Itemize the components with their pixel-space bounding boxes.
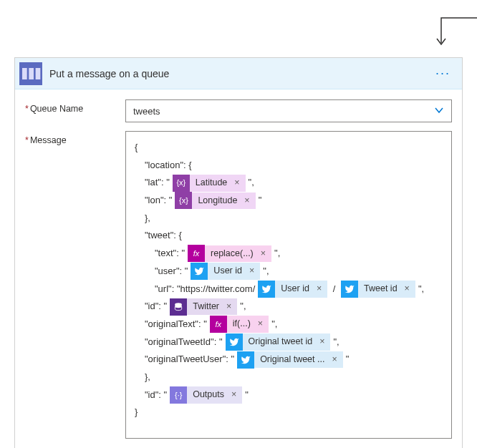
token-latitude[interactable]: {x}Latitude× (173, 175, 246, 192)
close-icon[interactable]: × (233, 175, 245, 192)
message-label: *Message (25, 131, 125, 145)
twitter-icon (341, 281, 358, 298)
close-icon[interactable]: × (403, 281, 415, 298)
card-header[interactable]: Put a message on a queue ··· (15, 58, 462, 89)
card-title: Put a message on a queue (49, 68, 433, 79)
close-icon[interactable]: × (256, 316, 269, 333)
card-body: *Queue Name tweets *Message { "location"… (15, 89, 462, 448)
twitter-icon (237, 351, 254, 369)
action-card: Put a message on a queue ··· *Queue Name… (14, 57, 463, 448)
svg-rect-1 (29, 68, 34, 79)
token-replace-expr[interactable]: fxreplace(...)× (188, 245, 271, 262)
fx-icon: fx (188, 245, 205, 262)
close-icon[interactable]: × (259, 245, 271, 263)
twitter-icon (226, 333, 243, 351)
fx-icon: fx (210, 316, 227, 333)
token-longitude[interactable]: {x}Longitude× (175, 192, 255, 209)
token-user-id[interactable]: User id× (191, 263, 260, 280)
close-icon[interactable]: × (318, 333, 330, 351)
twitter-icon (258, 281, 275, 298)
queue-name-select[interactable]: tweets (125, 99, 452, 122)
close-icon[interactable]: × (225, 298, 237, 316)
variable-icon: {x} (173, 175, 190, 192)
token-original-tweet-id[interactable]: Original tweet id× (226, 333, 331, 351)
outputs-icon: {·} (170, 386, 187, 404)
queue-icon (19, 62, 42, 85)
svg-rect-2 (36, 68, 41, 79)
token-user-id-url[interactable]: User id× (258, 281, 327, 298)
token-if-expr[interactable]: fxif(...)× (210, 316, 269, 333)
queue-name-value: tweets (133, 106, 434, 117)
message-input[interactable]: { "location": { "lat": " {x}Latitude× ",… (125, 131, 452, 439)
twitter-icon (191, 263, 208, 280)
variable-icon: {x} (175, 192, 192, 209)
close-icon[interactable]: × (315, 281, 327, 298)
close-icon[interactable]: × (243, 193, 255, 210)
close-icon[interactable]: × (230, 386, 242, 404)
queue-name-label: *Queue Name (25, 99, 125, 114)
connector-arrow (219, 7, 477, 50)
card-menu-button[interactable]: ··· (433, 63, 453, 84)
token-original-tweet-user[interactable]: Original tweet ...× (237, 351, 343, 369)
token-twitter[interactable]: Twitter× (170, 298, 237, 316)
chevron-down-icon (434, 105, 444, 117)
token-tweet-id[interactable]: Tweet id× (341, 281, 415, 298)
database-icon (170, 298, 187, 316)
svg-rect-0 (22, 68, 27, 79)
token-outputs[interactable]: {·}Outputs× (170, 386, 242, 404)
close-icon[interactable]: × (330, 351, 342, 369)
close-icon[interactable]: × (248, 263, 260, 280)
